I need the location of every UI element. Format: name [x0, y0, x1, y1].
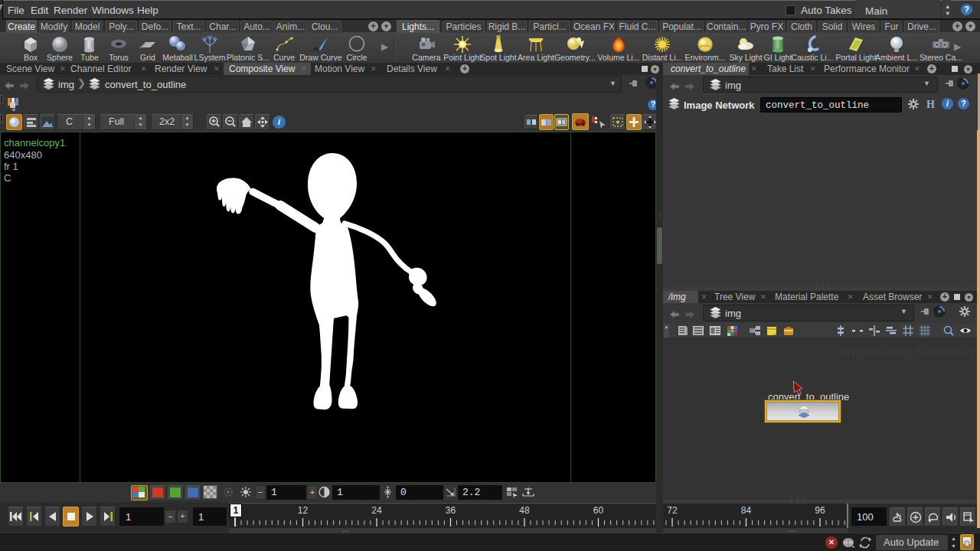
svg-text:60: 60: [593, 505, 604, 516]
svg-text:H: H: [926, 99, 935, 110]
svg-text:12: 12: [298, 505, 309, 516]
svg-text:48: 48: [519, 505, 530, 516]
svg-text:96: 96: [815, 505, 825, 516]
svg-text:84: 84: [741, 505, 752, 516]
svg-text:36: 36: [446, 505, 456, 516]
svg-text:24: 24: [371, 505, 382, 516]
svg-text:72: 72: [667, 505, 678, 516]
